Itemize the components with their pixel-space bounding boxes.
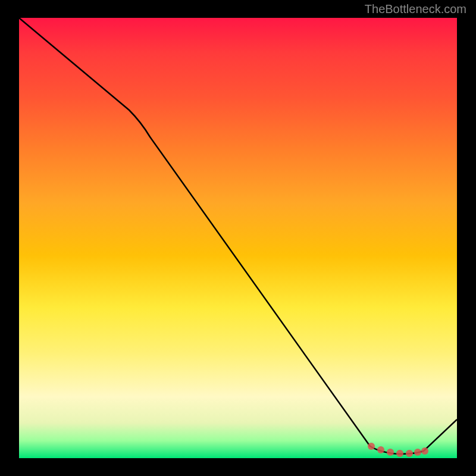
marker-dot — [377, 446, 384, 453]
marker-dot — [421, 447, 428, 455]
plot-area — [19, 18, 457, 458]
marker-dot — [396, 450, 403, 457]
marker-dot — [387, 449, 394, 456]
chart-container: TheBottleneck.com — [0, 0, 476, 476]
marker-dot — [368, 443, 375, 450]
marker-dot — [414, 449, 421, 456]
watermark-text: TheBottleneck.com — [365, 2, 466, 16]
data-curve — [19, 18, 457, 454]
marker-dot — [406, 450, 413, 457]
line-plot-svg — [19, 18, 457, 458]
